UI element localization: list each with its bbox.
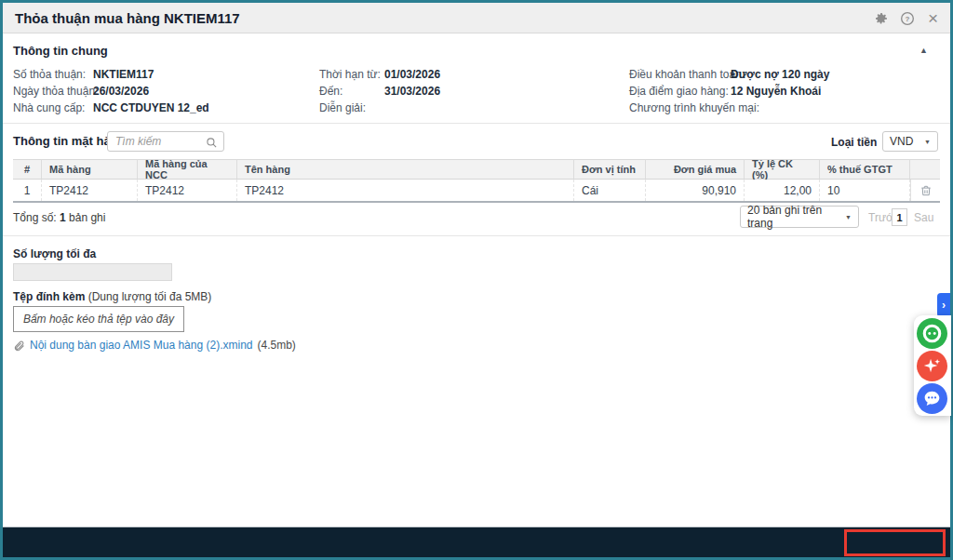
currency-label: Loại tiền (831, 136, 877, 149)
col-header-unit: Đơn vị tính (574, 159, 646, 180)
max-quantity-input[interactable] (13, 263, 172, 281)
col-header-actions (910, 159, 940, 180)
support-bot-icon (917, 318, 947, 349)
attached-file-link[interactable]: Nội dung bàn giao AMIS Mua hàng (2).xmin… (30, 339, 252, 352)
description-label: Diễn giải: (319, 101, 366, 114)
items-table: # Mã hàng Mã hàng của NCC Tên hàng Đơn v… (13, 159, 940, 203)
supplier-value: NCC CTDUYEN 12_ed (93, 101, 209, 114)
chat-bubble-icon (917, 383, 947, 414)
payment-terms-label: Điều khoản thanh toán: (629, 68, 745, 81)
attachment-size-hint: (Dung lượng tối đa 5MB) (88, 290, 212, 303)
payment-terms-value: Được nợ 120 ngày (731, 68, 829, 81)
help-icon[interactable]: ? (899, 10, 915, 26)
side-panel-toggle[interactable]: › (937, 293, 950, 317)
dialog-title: Thỏa thuận mua hàng NKTIEM117 (15, 10, 240, 26)
col-header-code: Mã hàng (42, 159, 138, 180)
next-page-button[interactable]: Sau (914, 211, 933, 224)
gear-icon[interactable] (873, 10, 889, 26)
total-label: Tổng số: (13, 211, 57, 224)
cell-code: TP2412 (42, 180, 138, 201)
collapse-section-icon[interactable]: ▲ (919, 46, 928, 55)
file-dropzone[interactable]: Bấm hoặc kéo thả tệp vào đây (13, 306, 184, 332)
agreement-date-value: 26/03/2026 (93, 85, 149, 98)
titlebar-actions: ? × (873, 3, 941, 33)
general-section-title: Thông tin chung (13, 44, 108, 58)
floating-support-panel (914, 315, 951, 416)
section-divider (3, 235, 950, 236)
attached-file-size: (4.5mb) (257, 339, 295, 352)
term-from-label: Thời hạn từ: (319, 68, 381, 81)
term-from-value: 01/03/2026 (384, 68, 440, 81)
col-header-index: # (13, 159, 42, 180)
col-header-name: Tên hàng (237, 159, 574, 180)
cell-price: 90,910 (646, 180, 745, 201)
max-quantity-label: Số lượng tối đa (13, 247, 96, 260)
agreement-date-label: Ngày thỏa thuận: (13, 85, 98, 98)
search-icon[interactable] (206, 136, 218, 153)
col-header-price: Đơn giá mua (646, 159, 745, 180)
ai-assistant-button[interactable] (917, 351, 947, 381)
cell-ncc-code: TP2412 (138, 180, 237, 201)
supplier-label: Nhà cung cấp: (13, 101, 85, 114)
total-unit: bản ghi (69, 211, 105, 224)
col-header-vat: % thuế GTGT (820, 159, 910, 180)
page-size-value: 20 bản ghi trên trang (747, 204, 845, 230)
agreement-no-value: NKTIEM117 (93, 68, 154, 81)
delivery-place-label: Địa điểm giao hàng: (629, 85, 729, 98)
caret-down-icon: ▼ (845, 214, 852, 220)
bottom-action-bar: Sửa (3, 527, 950, 557)
current-page-box[interactable]: 1 (892, 208, 907, 226)
trash-icon (919, 184, 933, 197)
record-total: Tổng số: 1 bản ghi (13, 211, 105, 224)
sparkle-icon (917, 351, 947, 381)
total-count: 1 (60, 211, 66, 224)
col-header-discount: Tỷ lệ CK (%) (745, 159, 820, 180)
delivery-place-value: 12 Nguyễn Khoái (731, 85, 821, 98)
paperclip-icon (13, 340, 25, 352)
term-to-value: 31/03/2026 (384, 85, 440, 98)
cell-name: TP2412 (237, 180, 574, 201)
title-bar: Thỏa thuận mua hàng NKTIEM117 ? × (3, 3, 950, 33)
attached-file-row: Nội dung bàn giao AMIS Mua hàng (2).xmin… (13, 339, 296, 352)
promotion-label: Chương trình khuyến mại: (629, 101, 759, 114)
cell-unit: Cái (574, 180, 646, 201)
currency-value: VND (890, 135, 913, 148)
cell-index: 1 (13, 180, 42, 201)
cell-vat: 10 (820, 180, 910, 201)
agreement-no-label: Số thỏa thuận: (13, 68, 86, 81)
search-input[interactable] (115, 133, 204, 150)
attachment-label: Tệp đính kèm (Dung lượng tối đa 5MB) (13, 290, 211, 303)
purchase-agreement-dialog: Thỏa thuận mua hàng NKTIEM117 ? × Thông … (0, 0, 953, 560)
section-divider (3, 123, 950, 124)
items-search (107, 131, 224, 152)
currency-select[interactable]: VND ▼ (882, 131, 938, 152)
caret-down-icon: ▼ (924, 139, 931, 145)
chevron-right-icon: › (942, 299, 946, 312)
close-icon[interactable]: × (925, 10, 941, 26)
delete-row-button[interactable] (910, 180, 940, 201)
term-to-label: Đến: (319, 85, 342, 98)
page-size-select[interactable]: 20 bản ghi trên trang ▼ (740, 206, 859, 228)
support-bot-button[interactable] (917, 318, 947, 349)
col-header-ncc-code: Mã hàng của NCC (138, 159, 237, 180)
cell-discount: 12,00 (745, 180, 820, 201)
svg-text:?: ? (905, 14, 909, 22)
chat-button[interactable] (917, 383, 947, 414)
